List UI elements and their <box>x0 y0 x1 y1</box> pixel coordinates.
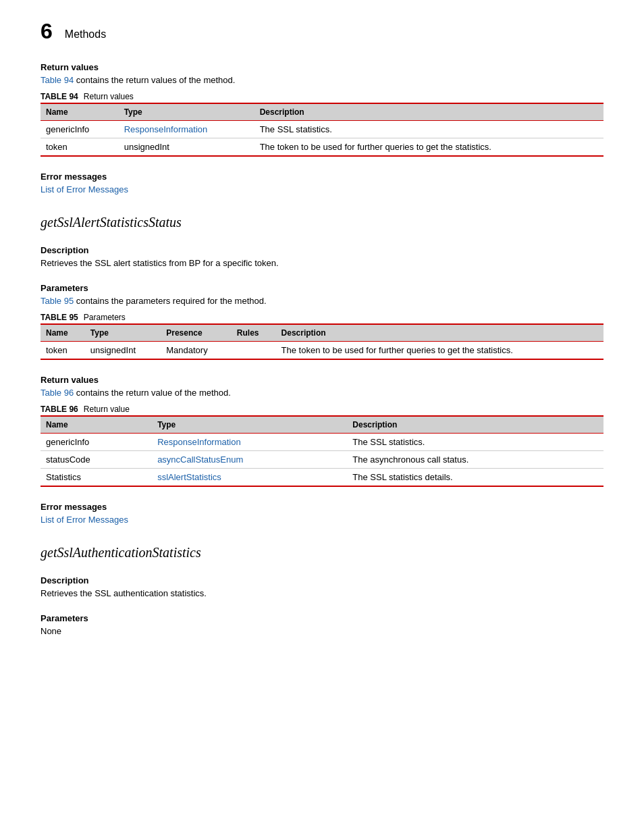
table95-label: TABLE 95Parameters <box>41 313 603 322</box>
list-of-error-messages-link-2[interactable]: List of Error Messages <box>41 515 128 525</box>
table-row: genericInfo ResponseInformation The SSL … <box>41 434 603 451</box>
chapter-title: Methods <box>65 28 106 41</box>
return-values-heading-1: Return values <box>41 62 603 72</box>
description-section-2: Description Retrieves the SSL authentica… <box>41 575 603 598</box>
cell: The token to be used for further queries… <box>276 342 603 360</box>
table-94: Name Type Description genericInfo Respon… <box>41 103 603 157</box>
table-96: Name Type Description genericInfo Respon… <box>41 415 603 487</box>
response-information-link-1[interactable]: ResponseInformation <box>124 124 208 134</box>
parameters-body-2: None <box>41 626 603 636</box>
col-name-1: Name <box>41 103 119 121</box>
error-messages-link-1: List of Error Messages <box>41 184 603 194</box>
ssl-alert-statistics-link[interactable]: sslAlertStatistics <box>157 472 221 482</box>
return-values-intro-1: Table 94 contains the return values of t… <box>41 75 603 85</box>
cell: The asynchronous call status. <box>347 451 603 469</box>
cell: The SSL statistics details. <box>347 469 603 487</box>
cell: unsignedInt <box>119 138 254 157</box>
parameters-section-2: Parameters None <box>41 613 603 636</box>
table-row: statusCode asyncCallStatusEnum The async… <box>41 451 603 469</box>
method-title-1: getSslAlertStatisticsStatus <box>41 215 603 230</box>
table-row: genericInfo ResponseInformation The SSL … <box>41 121 603 138</box>
cell: token <box>41 138 119 157</box>
col-type-1: Type <box>119 103 254 121</box>
description-section-1: Description Retrieves the SSL alert stat… <box>41 245 603 268</box>
cell: Mandatory <box>161 342 232 360</box>
error-messages-link-2: List of Error Messages <box>41 515 603 525</box>
cell: ResponseInformation <box>152 434 347 451</box>
list-of-error-messages-link-1[interactable]: List of Error Messages <box>41 184 128 194</box>
table-row: token unsignedInt Mandatory The token to… <box>41 342 603 360</box>
col-name-3: Name <box>41 416 152 434</box>
parameters-heading-2: Parameters <box>41 613 603 623</box>
method-title-2: getSslAuthenticationStatistics <box>41 545 603 561</box>
parameters-heading-1: Parameters <box>41 283 603 293</box>
col-name-2: Name <box>41 324 85 342</box>
col-presence-2: Presence <box>161 324 232 342</box>
cell: The SSL statistics. <box>347 434 603 451</box>
table-95: Name Type Presence Rules Description tok… <box>41 323 603 360</box>
table-row: Statistics sslAlertStatistics The SSL st… <box>41 469 603 487</box>
parameters-intro-1: Table 95 contains the parameters require… <box>41 296 603 306</box>
col-rules-2: Rules <box>232 324 276 342</box>
table94-label: TABLE 94Return values <box>41 92 603 101</box>
table94-link[interactable]: Table 94 <box>41 75 74 85</box>
table95-link[interactable]: Table 95 <box>41 296 74 306</box>
description-body-1: Retrieves the SSL alert statistics from … <box>41 258 603 268</box>
error-messages-heading-1: Error messages <box>41 172 603 182</box>
table96-label: TABLE 96Return value <box>41 405 603 414</box>
cell: asyncCallStatusEnum <box>152 451 347 469</box>
col-desc-3: Description <box>347 416 603 434</box>
cell: unsignedInt <box>85 342 161 360</box>
error-messages-heading-2: Error messages <box>41 502 603 512</box>
cell: Statistics <box>41 469 152 487</box>
return-values-heading-2: Return values <box>41 375 603 385</box>
col-desc-1: Description <box>254 103 603 121</box>
cell: genericInfo <box>41 121 119 138</box>
table96-link[interactable]: Table 96 <box>41 388 74 398</box>
cell <box>232 342 276 360</box>
return-values-intro-2: Table 96 contains the return value of th… <box>41 388 603 398</box>
cell: sslAlertStatistics <box>152 469 347 487</box>
cell: statusCode <box>41 451 152 469</box>
page-header: 6 Methods <box>41 20 603 42</box>
response-information-link-2[interactable]: ResponseInformation <box>157 437 241 447</box>
cell: The token to be used for further queries… <box>254 138 603 157</box>
return-values-section-2: Return values Table 96 contains the retu… <box>41 375 603 487</box>
cell: genericInfo <box>41 434 152 451</box>
cell: The SSL statistics. <box>254 121 603 138</box>
error-messages-section-1: Error messages List of Error Messages <box>41 172 603 194</box>
description-body-2: Retrieves the SSL authentication statist… <box>41 588 603 598</box>
cell: token <box>41 342 85 360</box>
async-call-status-enum-link[interactable]: asyncCallStatusEnum <box>157 454 243 465</box>
chapter-number: 6 <box>41 20 53 42</box>
description-heading-2: Description <box>41 575 603 585</box>
col-desc-2: Description <box>276 324 603 342</box>
parameters-section-1: Parameters Table 95 contains the paramet… <box>41 283 603 360</box>
col-type-2: Type <box>85 324 161 342</box>
col-type-3: Type <box>152 416 347 434</box>
error-messages-section-2: Error messages List of Error Messages <box>41 502 603 525</box>
table-row: token unsignedInt The token to be used f… <box>41 138 603 157</box>
cell: ResponseInformation <box>119 121 254 138</box>
return-values-section-1: Return values Table 94 contains the retu… <box>41 62 603 157</box>
description-heading-1: Description <box>41 245 603 255</box>
